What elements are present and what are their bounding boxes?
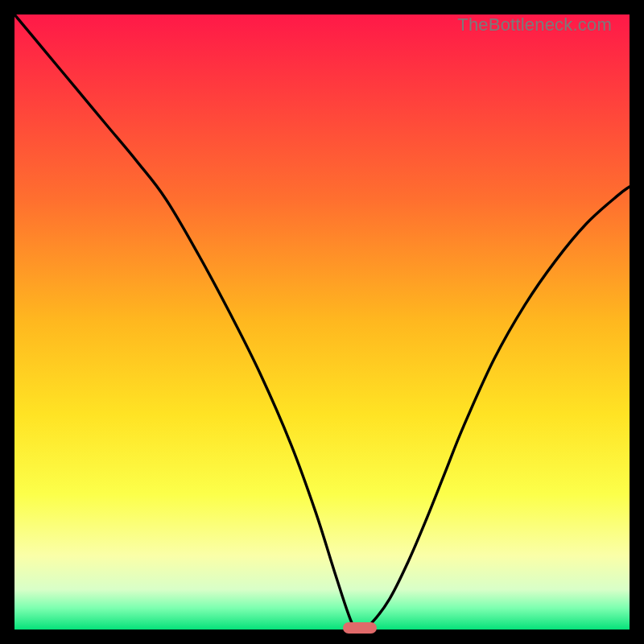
chart-frame: TheBottleneck.com <box>14 14 630 630</box>
chart-canvas <box>14 14 630 630</box>
gradient-background <box>14 14 630 630</box>
optimal-marker <box>343 622 377 634</box>
watermark-text: TheBottleneck.com <box>457 14 612 35</box>
